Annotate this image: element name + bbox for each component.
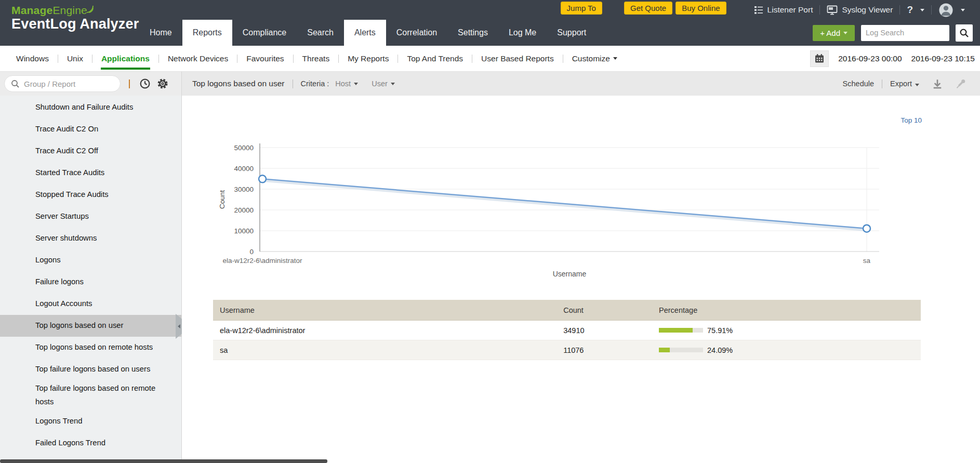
schedule-button[interactable]: Schedule bbox=[843, 80, 874, 88]
report-list-item[interactable]: Server Startups bbox=[0, 206, 181, 228]
log-search-input[interactable] bbox=[861, 25, 949, 41]
nav-item-alerts[interactable]: Alerts bbox=[344, 20, 386, 46]
user-account-menu[interactable] bbox=[932, 3, 972, 18]
table-row: sa1107624.09% bbox=[213, 340, 921, 360]
listener-port-label: Listener Port bbox=[767, 5, 813, 15]
search-icon bbox=[11, 80, 20, 88]
percentage-bar-fill bbox=[659, 348, 669, 352]
cell-percentage: 24.09% bbox=[659, 346, 921, 354]
subnav-item-windows[interactable]: Windows bbox=[7, 46, 58, 71]
subnav-item-user-based-reports[interactable]: User Based Reports bbox=[472, 46, 563, 71]
nav-right-cluster: + Add bbox=[813, 20, 980, 46]
export-dropdown[interactable]: Export bbox=[890, 80, 919, 88]
download-button[interactable] bbox=[932, 78, 943, 89]
gear-icon bbox=[157, 78, 168, 89]
report-list-item[interactable]: Trace Audit C2 Off bbox=[0, 140, 181, 162]
subnav-item-applications[interactable]: Applications bbox=[92, 46, 158, 71]
nav-item-compliance[interactable]: Compliance bbox=[232, 20, 297, 46]
date-to[interactable]: 2016-09-23 10:15 bbox=[911, 54, 975, 63]
listener-port-link[interactable]: Listener Port bbox=[747, 5, 820, 15]
table-header-row: Username Count Percentage bbox=[213, 300, 921, 321]
subnav-item-customize[interactable]: Customize bbox=[563, 46, 626, 71]
calendar-icon bbox=[814, 54, 825, 63]
help-icon: ? bbox=[907, 4, 913, 16]
report-list-item[interactable]: Trace Audit C2 On bbox=[0, 118, 181, 140]
nav-item-home[interactable]: Home bbox=[139, 20, 182, 46]
group-report-search[interactable] bbox=[4, 75, 121, 92]
app-logo[interactable]: ManageEngine EventLog Analyzer bbox=[11, 4, 139, 32]
report-toolbar: Top logons based on user Criteria : Host… bbox=[182, 72, 980, 96]
help-menu[interactable]: ? bbox=[900, 4, 931, 16]
syslog-viewer-link[interactable]: Syslog Viewer bbox=[820, 5, 899, 15]
percentage-bar-fill bbox=[659, 328, 693, 333]
get-quote-button[interactable]: Get Quote bbox=[624, 2, 672, 15]
nav-item-correlation[interactable]: Correlation bbox=[386, 20, 447, 46]
nav-item-reports[interactable]: Reports bbox=[182, 20, 232, 46]
criteria-host-dropdown[interactable]: Host bbox=[335, 80, 358, 88]
subnav-item-my-reports[interactable]: My Reports bbox=[339, 46, 398, 71]
nav-item-search[interactable]: Search bbox=[297, 20, 344, 46]
syslog-viewer-label: Syslog Viewer bbox=[842, 5, 893, 15]
buy-online-button[interactable]: Buy Online bbox=[676, 2, 726, 15]
report-list-item[interactable]: Logons Trend bbox=[0, 411, 181, 432]
log-search-button[interactable] bbox=[956, 24, 973, 42]
report-list-item[interactable]: Shutdown and Failure Audits bbox=[0, 97, 181, 118]
utility-bar: Listener Port Syslog Viewer ? bbox=[747, 0, 972, 20]
report-list-item[interactable]: Failed Logons Trend bbox=[0, 432, 181, 454]
subnav-item-top-and-trends[interactable]: Top And Trends bbox=[398, 46, 472, 71]
data-line bbox=[262, 179, 867, 228]
chart-canvas: 01000020000300004000050000Countela-w12r2… bbox=[208, 140, 883, 286]
percentage-label: 75.91% bbox=[707, 326, 733, 335]
brand-name: ManageEngine bbox=[11, 4, 139, 16]
nav-item-settings[interactable]: Settings bbox=[447, 20, 498, 46]
subnav-item-unix[interactable]: Unix bbox=[58, 46, 92, 71]
report-title: Top logons based on user bbox=[192, 79, 285, 88]
app-header: ManageEngine EventLog Analyzer Jump To G… bbox=[0, 0, 980, 46]
top10-label: Top 10 bbox=[900, 116, 922, 124]
search-icon bbox=[959, 28, 969, 38]
date-from[interactable]: 2016-09-23 00:00 bbox=[838, 54, 902, 63]
report-list-item[interactable]: Server shutdowns bbox=[0, 228, 181, 249]
report-list-item[interactable]: Logons bbox=[0, 249, 181, 271]
report-list-item[interactable]: Top logons based on remote hosts bbox=[0, 337, 181, 359]
x-category-label: ela-w12r2-6\administrator bbox=[222, 257, 302, 264]
report-subnav: WindowsUnixApplicationsNetwork DevicesFa… bbox=[0, 46, 980, 72]
nav-item-log-me[interactable]: Log Me bbox=[498, 20, 547, 46]
date-range-picker: 2016-09-23 00:00 2016-09-23 10:15 bbox=[810, 50, 980, 67]
report-main: Top logons based on user Criteria : Host… bbox=[182, 72, 980, 463]
data-point-marker[interactable] bbox=[863, 225, 870, 232]
report-list-item[interactable]: Logout Accounts bbox=[0, 293, 181, 315]
main-nav-items: HomeReportsComplianceSearchAlertsCorrela… bbox=[139, 20, 597, 46]
report-list-item[interactable]: Top failure logons based on users bbox=[0, 359, 181, 380]
x-axis-title: Username bbox=[553, 270, 587, 278]
data-point-marker[interactable] bbox=[259, 175, 266, 182]
report-list-item[interactable]: Top failure logons based on remote hosts bbox=[0, 380, 181, 411]
subnav-item-threats[interactable]: Threats bbox=[294, 46, 339, 71]
product-name: EventLog Analyzer bbox=[11, 17, 139, 32]
add-button[interactable]: + Add bbox=[813, 25, 855, 41]
calendar-button[interactable] bbox=[810, 50, 829, 67]
subnav-item-network-devices[interactable]: Network Devices bbox=[159, 46, 237, 71]
content-row: Shutdown and Failure AuditsTrace Audit C… bbox=[0, 72, 980, 463]
report-list-item[interactable]: Failure logons bbox=[0, 271, 181, 293]
nav-item-support[interactable]: Support bbox=[547, 20, 597, 46]
report-settings-button[interactable] bbox=[154, 78, 171, 89]
report-list-item[interactable]: Stopped Trace Audits bbox=[0, 184, 181, 206]
logons-table: Username Count Percentage ela-w12r2-6\ad… bbox=[213, 300, 921, 360]
y-tick-label: 40000 bbox=[234, 165, 254, 173]
y-tick-label: 50000 bbox=[234, 144, 254, 152]
jump-to-button[interactable]: Jump To bbox=[561, 2, 602, 15]
recent-reports-button[interactable] bbox=[136, 78, 154, 89]
report-subnav-items: WindowsUnixApplicationsNetwork DevicesFa… bbox=[7, 46, 626, 71]
listener-port-icon bbox=[754, 6, 763, 15]
criteria-user-dropdown[interactable]: User bbox=[372, 80, 395, 88]
pin-report-button[interactable] bbox=[956, 78, 966, 89]
toolbar-divider bbox=[882, 80, 882, 88]
horizontal-scrollbar[interactable] bbox=[0, 459, 327, 463]
chevron-left-icon bbox=[178, 324, 180, 328]
subnav-item-favourites[interactable]: Favourites bbox=[237, 46, 293, 71]
report-list-item[interactable]: Started Trace Audits bbox=[0, 162, 181, 184]
chevron-down-icon bbox=[915, 84, 919, 86]
group-report-search-input[interactable] bbox=[24, 80, 107, 88]
report-list-item[interactable]: Top logons based on user bbox=[0, 315, 181, 337]
